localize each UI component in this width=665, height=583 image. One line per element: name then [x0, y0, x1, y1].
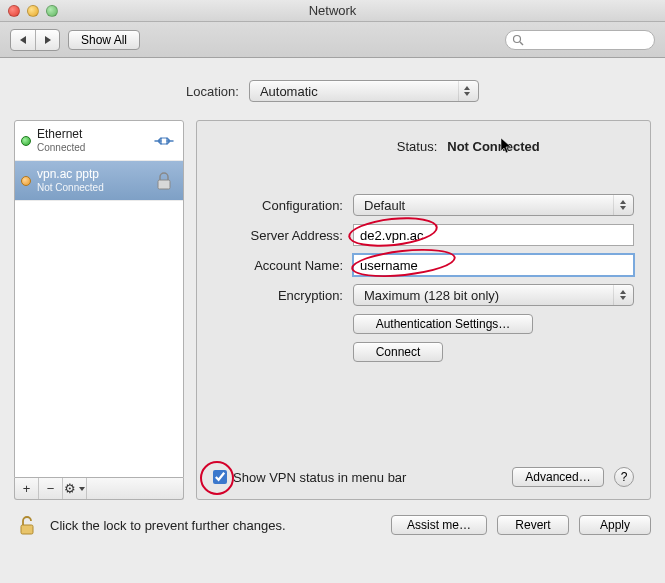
cursor-icon: [500, 137, 514, 158]
configuration-label: Configuration:: [213, 198, 343, 213]
configuration-row: Configuration: Default: [213, 194, 634, 216]
location-value: Automatic: [260, 84, 318, 99]
svg-line-1: [520, 42, 523, 45]
unlocked-lock-icon: [14, 512, 40, 538]
status-dot-green: [21, 136, 31, 146]
search-field[interactable]: [505, 30, 655, 50]
location-select[interactable]: Automatic: [249, 80, 479, 102]
encryption-label: Encryption:: [213, 288, 343, 303]
show-vpn-status-label: Show VPN status in menu bar: [233, 470, 406, 485]
status-value: Not Connected: [447, 139, 539, 154]
help-button[interactable]: ?: [614, 467, 634, 487]
location-label: Location:: [186, 84, 239, 99]
server-address-input[interactable]: [353, 224, 634, 246]
service-status: Connected: [37, 142, 145, 154]
connect-row: Connect: [213, 342, 634, 362]
service-name: vpn.ac pptp: [37, 168, 145, 182]
status-label: Status:: [307, 139, 437, 154]
remove-service-button[interactable]: −: [39, 478, 63, 499]
svg-rect-4: [21, 525, 33, 534]
search-input[interactable]: [528, 33, 665, 47]
server-address-label: Server Address:: [213, 228, 343, 243]
status-dot-orange: [21, 176, 31, 186]
status-row: Status: Not Connected: [213, 139, 634, 154]
select-arrows-icon: [458, 81, 472, 101]
add-service-button[interactable]: +: [15, 478, 39, 499]
gear-icon: ⚙: [64, 481, 76, 496]
svg-rect-3: [158, 180, 170, 189]
apply-button[interactable]: Apply: [579, 515, 651, 535]
titlebar: Network: [0, 0, 665, 22]
service-name: Ethernet: [37, 128, 145, 142]
nav-segment: [10, 29, 60, 51]
server-address-row: Server Address:: [213, 224, 634, 246]
account-name-row: Account Name:: [213, 254, 634, 276]
service-sidebar: Ethernet Connected vpn.ac pptp Not Conne…: [14, 120, 184, 500]
main-panel: Status: Not Connected Configuration: Def…: [196, 120, 651, 500]
chevron-left-icon: [20, 36, 26, 44]
footer-buttons: Assist me… Revert Apply: [391, 515, 651, 535]
search-icon: [512, 34, 524, 46]
svg-rect-2: [161, 138, 167, 144]
footer: Click the lock to prevent further change…: [0, 500, 665, 550]
location-row: Location: Automatic: [14, 80, 651, 102]
lock-text: Click the lock to prevent further change…: [50, 518, 286, 533]
account-name-label: Account Name:: [213, 258, 343, 273]
show-vpn-status-checkbox[interactable]: [213, 470, 227, 484]
toolbar: Show All: [0, 22, 665, 58]
revert-button[interactable]: Revert: [497, 515, 569, 535]
service-status: Not Connected: [37, 182, 145, 194]
assist-me-button[interactable]: Assist me…: [391, 515, 487, 535]
close-window-button[interactable]: [8, 5, 20, 17]
configuration-value: Default: [364, 198, 405, 213]
window-title: Network: [0, 3, 665, 18]
chevron-right-icon: [45, 36, 51, 44]
minimize-window-button[interactable]: [27, 5, 39, 17]
lock-icon: [151, 168, 177, 194]
ethernet-icon: [151, 128, 177, 154]
zoom-window-button[interactable]: [46, 5, 58, 17]
window-controls: [8, 5, 58, 17]
service-list-buttons: + − ⚙: [14, 478, 184, 500]
nav-back-button[interactable]: [11, 30, 35, 50]
show-all-button[interactable]: Show All: [68, 30, 140, 50]
advanced-button[interactable]: Advanced…: [512, 467, 604, 487]
configuration-select[interactable]: Default: [353, 194, 634, 216]
service-actions-button[interactable]: ⚙: [63, 478, 87, 499]
select-arrows-icon: [613, 285, 627, 305]
service-item-vpn[interactable]: vpn.ac pptp Not Connected: [15, 161, 183, 201]
account-name-input[interactable]: [353, 254, 634, 276]
svg-point-0: [514, 35, 521, 42]
service-item-ethernet[interactable]: Ethernet Connected: [15, 121, 183, 161]
encryption-row: Encryption: Maximum (128 bit only): [213, 284, 634, 306]
encryption-select[interactable]: Maximum (128 bit only): [353, 284, 634, 306]
lock-area[interactable]: Click the lock to prevent further change…: [14, 512, 286, 538]
service-list: Ethernet Connected vpn.ac pptp Not Conne…: [14, 120, 184, 478]
encryption-value: Maximum (128 bit only): [364, 288, 499, 303]
authentication-settings-button[interactable]: Authentication Settings…: [353, 314, 533, 334]
panel-bottom-row: Show VPN status in menu bar Advanced… ?: [213, 467, 634, 487]
auth-settings-row: Authentication Settings…: [213, 314, 634, 334]
connect-button[interactable]: Connect: [353, 342, 443, 362]
select-arrows-icon: [613, 195, 627, 215]
nav-forward-button[interactable]: [35, 30, 59, 50]
